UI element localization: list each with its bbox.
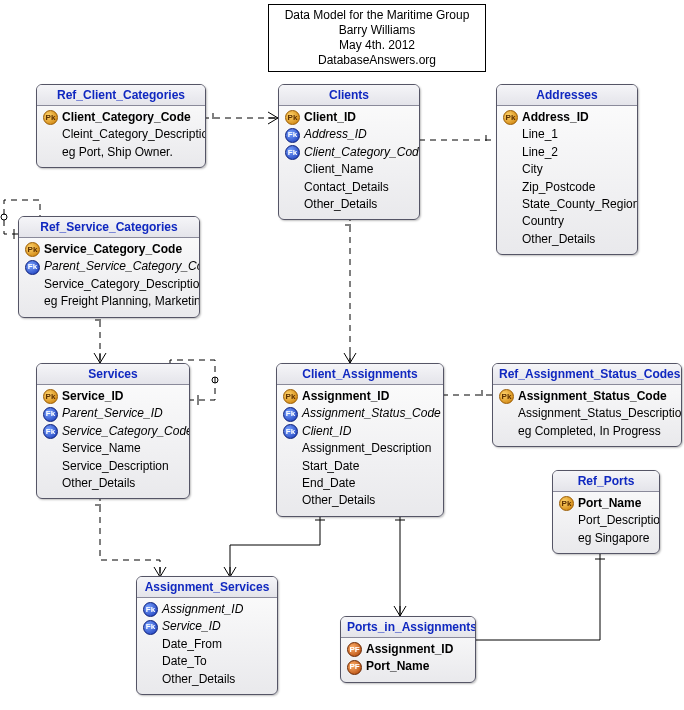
attribute-row: PkService_Category_Code	[25, 241, 193, 258]
attribute-label: Date_From	[162, 636, 222, 653]
attribute-label: eg Completed, In Progress	[518, 423, 661, 440]
attribute-row: PkClient_Category_Code	[43, 109, 199, 126]
entity-header: Ref_Assignment_Status_Codes	[493, 364, 681, 385]
pk-key-icon: Pk	[25, 242, 40, 257]
attribute-label: Client_ID	[304, 109, 356, 126]
attribute-row: Other_Details	[43, 475, 183, 492]
entity-addresses: Addresses PkAddress_IDLine_1Line_2CityZi…	[496, 84, 638, 255]
attribute-row: Cleint_Category_Description	[43, 126, 199, 143]
attribute-row: Service_Description	[43, 458, 183, 475]
entity-body: PkAssignment_IDFkAssignment_Status_CodeF…	[277, 385, 443, 516]
attribute-row: PkPort_Name	[559, 495, 653, 512]
attribute-row: PkService_ID	[43, 388, 183, 405]
entity-header: Addresses	[497, 85, 637, 106]
attribute-row: Other_Details	[283, 492, 437, 509]
attribute-row: Contact_Details	[285, 179, 413, 196]
entity-header: Ports_in_Assignments	[341, 617, 475, 638]
attribute-label: Contact_Details	[304, 179, 389, 196]
entity-header: Ref_Ports	[553, 471, 659, 492]
attribute-row: Other_Details	[503, 231, 631, 248]
entity-header: Clients	[279, 85, 419, 106]
erd-canvas: { "title_box": { "line1": "Data Model fo…	[0, 0, 684, 710]
attribute-row: PkAssignment_Status_Code	[499, 388, 675, 405]
attribute-label: End_Date	[302, 475, 355, 492]
attribute-label: Other_Details	[162, 671, 235, 688]
attribute-row: PkAssignment_ID	[283, 388, 437, 405]
attribute-row: Line_1	[503, 126, 631, 143]
entity-body: PkAddress_IDLine_1Line_2CityZip_Postcode…	[497, 106, 637, 254]
attribute-label: Service_ID	[62, 388, 123, 405]
svg-point-12	[1, 214, 7, 220]
attribute-row: FkClient_ID	[283, 423, 437, 440]
title-line4: DatabaseAnswers.org	[277, 53, 477, 68]
attribute-row: Country	[503, 213, 631, 230]
attribute-row: Client_Name	[285, 161, 413, 178]
entity-body: PkPort_NamePort_Descriptioneg Singapore	[553, 492, 659, 553]
attribute-row: FkAssignment_ID	[143, 601, 271, 618]
attribute-label: Client_Name	[304, 161, 373, 178]
attribute-row: FkService_ID	[143, 618, 271, 635]
attribute-label: Service_Description	[62, 458, 169, 475]
entity-body: PkService_Category_CodeFkParent_Service_…	[19, 238, 199, 317]
title-line3: May 4th. 2012	[277, 38, 477, 53]
attribute-label: eg Freight Planning, Marketing.	[44, 293, 200, 310]
attribute-label: Other_Details	[304, 196, 377, 213]
attribute-label: Assignment_Status_Code	[518, 388, 667, 405]
attribute-label: Service_Category_Description	[44, 276, 200, 293]
attribute-label: Zip_Postcode	[522, 179, 595, 196]
attribute-row: Service_Name	[43, 440, 183, 457]
attribute-label: Service_Name	[62, 440, 141, 457]
entity-ports-in-assignments: Ports_in_Assignments PFAssignment_IDPFPo…	[340, 616, 476, 683]
attribute-row: eg Port, Ship Owner.	[43, 144, 199, 161]
attribute-label: Line_2	[522, 144, 558, 161]
title-line2: Barry Williams	[277, 23, 477, 38]
attribute-label: Other_Details	[522, 231, 595, 248]
attribute-label: Assignment_Status_Description	[518, 405, 682, 422]
fk-key-icon: Fk	[283, 424, 298, 439]
fk-key-icon: Fk	[43, 424, 58, 439]
attribute-label: Cleint_Category_Description	[62, 126, 206, 143]
entity-body: PkAssignment_Status_CodeAssignment_Statu…	[493, 385, 681, 446]
entity-header: Services	[37, 364, 189, 385]
attribute-row: Zip_Postcode	[503, 179, 631, 196]
attribute-label: Parent_Service_Category_Code	[44, 258, 200, 275]
attribute-label: Port_Name	[578, 495, 641, 512]
entity-body: PFAssignment_IDPFPort_Name	[341, 638, 475, 682]
attribute-row: City	[503, 161, 631, 178]
attribute-row: Assignment_Status_Description	[499, 405, 675, 422]
entity-body: PkService_IDFkParent_Service_IDFkService…	[37, 385, 189, 498]
attribute-label: Client_ID	[302, 423, 351, 440]
attribute-label: Service_Category_Code	[62, 423, 190, 440]
attribute-label: Port_Description	[578, 512, 660, 529]
pk-key-icon: Pk	[499, 389, 514, 404]
attribute-row: Date_To	[143, 653, 271, 670]
attribute-label: Start_Date	[302, 458, 359, 475]
entity-ref-ports: Ref_Ports PkPort_NamePort_Descriptioneg …	[552, 470, 660, 554]
attribute-row: PkClient_ID	[285, 109, 413, 126]
attribute-label: Assignment_ID	[162, 601, 243, 618]
entity-clients: Clients PkClient_IDFkAddress_IDFkClient_…	[278, 84, 420, 220]
attribute-row: eg Singapore	[559, 530, 653, 547]
attribute-row: FkService_Category_Code	[43, 423, 183, 440]
attribute-label: Parent_Service_ID	[62, 405, 163, 422]
attribute-row: End_Date	[283, 475, 437, 492]
attribute-row: State_County_Region	[503, 196, 631, 213]
attribute-row: PkAddress_ID	[503, 109, 631, 126]
attribute-label: eg Singapore	[578, 530, 649, 547]
diagram-title-box: Data Model for the Maritime Group Barry …	[268, 4, 486, 72]
entity-ref-client-categories: Ref_Client_Categories PkClient_Category_…	[36, 84, 206, 168]
attribute-label: Address_ID	[522, 109, 589, 126]
pk-key-icon: Pk	[559, 496, 574, 511]
attribute-label: Other_Details	[302, 492, 375, 509]
entity-services: Services PkService_IDFkParent_Service_ID…	[36, 363, 190, 499]
attribute-label: Service_Category_Code	[44, 241, 182, 258]
attribute-row: FkParent_Service_ID	[43, 405, 183, 422]
attribute-label: City	[522, 161, 543, 178]
entity-ref-service-categories: Ref_Service_Categories PkService_Categor…	[18, 216, 200, 318]
attribute-row: Port_Description	[559, 512, 653, 529]
attribute-row: FkAssignment_Status_Code	[283, 405, 437, 422]
attribute-label: Client_Category_Code	[304, 144, 420, 161]
entity-body: PkClient_IDFkAddress_IDFkClient_Category…	[279, 106, 419, 219]
fk-key-icon: Fk	[25, 260, 40, 275]
pk-key-icon: Pk	[43, 389, 58, 404]
